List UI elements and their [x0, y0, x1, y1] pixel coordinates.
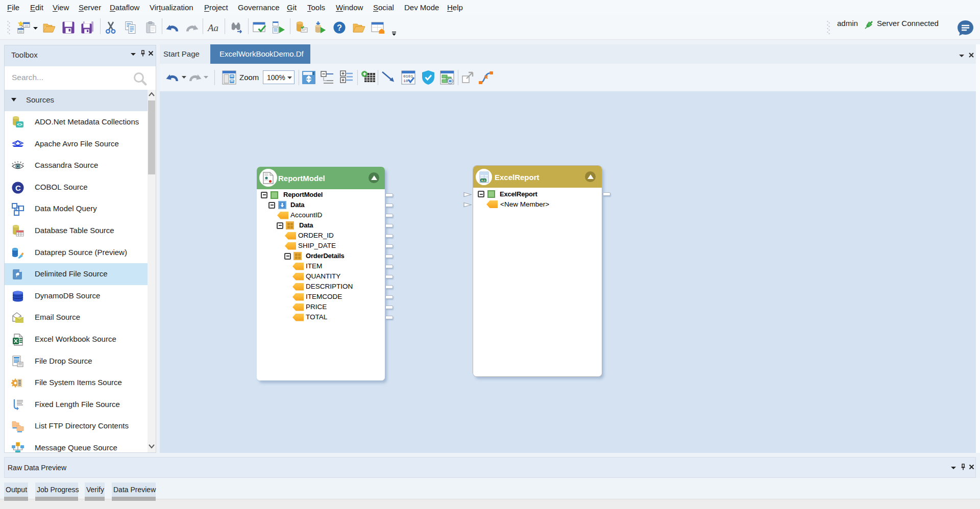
svg-text:Aa: Aa — [207, 22, 218, 33]
svg-text:C: C — [15, 184, 21, 192]
svg-text:XLS: XLS — [481, 180, 486, 182]
svg-text:NHN: NHN — [15, 451, 20, 453]
svg-text:10: 10 — [403, 79, 408, 83]
svg-text:?: ? — [337, 23, 342, 32]
svg-text:<>: <> — [17, 122, 22, 127]
svg-text:0101: 0101 — [403, 74, 413, 79]
